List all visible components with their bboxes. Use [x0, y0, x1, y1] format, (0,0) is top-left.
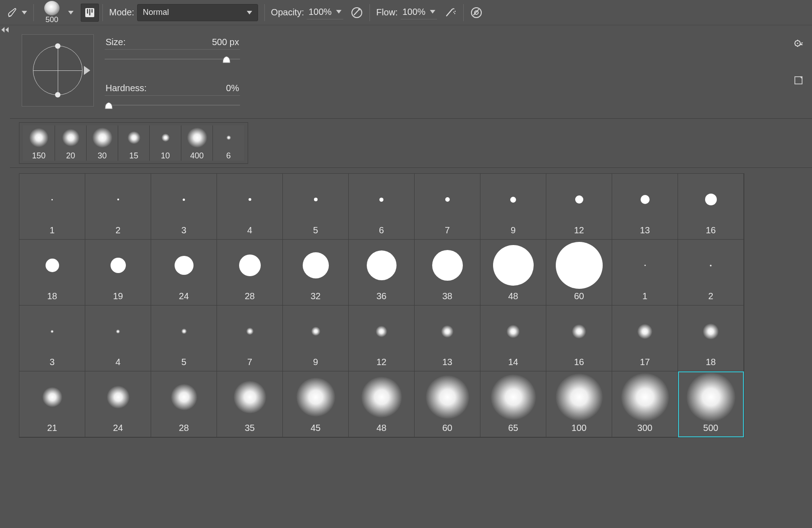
new-preset-button[interactable] [794, 75, 803, 88]
pen-pressure-size-icon [470, 6, 483, 19]
hard-brush-icon [117, 199, 119, 200]
brush-size-label: 60 [442, 423, 452, 433]
panel-corner-buttons [793, 38, 804, 88]
brush-preset[interactable]: 60 [415, 371, 480, 437]
recent-brush[interactable]: 6 [212, 125, 244, 161]
brush-preset[interactable]: 4 [85, 306, 151, 371]
brush-preset[interactable]: 13 [415, 306, 480, 371]
airbrush-icon [444, 6, 457, 19]
hardness-label: Hardness: [106, 83, 147, 93]
brush-preset[interactable]: 3 [19, 306, 85, 371]
brush-preset[interactable]: 60 [546, 240, 612, 306]
opacity-label: Opacity: [271, 7, 304, 18]
collapsed-toolbar[interactable] [0, 25, 10, 528]
brush-preset[interactable]: 13 [612, 174, 678, 240]
brush-size-label: 24 [113, 423, 123, 433]
brush-preset-picker[interactable]: 500 [37, 4, 76, 22]
opacity-input[interactable]: 100% [307, 6, 343, 19]
recent-brush[interactable]: 30 [86, 125, 118, 161]
brush-size-label: 38 [442, 291, 452, 301]
brush-preset[interactable]: 38 [415, 240, 480, 306]
brush-size-label: 45 [310, 423, 320, 433]
brush-preset[interactable]: 6 [349, 174, 415, 240]
brush-tool-icon [6, 6, 19, 19]
brush-preset[interactable]: 5 [151, 306, 217, 371]
brush-preset[interactable]: 300 [612, 371, 678, 437]
brush-preset[interactable]: 24 [85, 371, 151, 437]
hardness-slider[interactable] [105, 99, 240, 111]
slider-handle[interactable] [104, 101, 114, 110]
flow-input[interactable]: 100% [401, 6, 437, 19]
brush-size-label: 18 [47, 291, 57, 301]
brush-settings-button[interactable] [81, 4, 99, 22]
brush-preset[interactable]: 48 [349, 371, 415, 437]
brush-size-label: 3 [181, 225, 186, 236]
brush-angle-control[interactable] [22, 34, 94, 107]
brush-preset[interactable]: 1 [19, 174, 85, 240]
hardness-value[interactable]: 0% [226, 83, 239, 93]
brush-preset[interactable]: 65 [480, 371, 546, 437]
brush-size-label: 65 [508, 423, 518, 433]
brush-preset[interactable]: 36 [349, 240, 415, 306]
svg-point-3 [453, 11, 454, 12]
brush-preset[interactable]: 14 [480, 306, 546, 371]
brush-preset[interactable]: 500 [678, 371, 744, 437]
chevron-down-icon [68, 11, 74, 14]
recent-brush[interactable]: 15 [118, 125, 149, 161]
brush-preset[interactable]: 48 [480, 240, 546, 306]
brush-preset[interactable]: 5 [283, 174, 349, 240]
brush-size-label: 1 [50, 225, 55, 236]
hard-brush-icon [379, 198, 383, 202]
soft-brush-icon [572, 324, 586, 338]
mode-select[interactable]: Normal [137, 4, 258, 21]
brush-preset[interactable]: 17 [612, 306, 678, 371]
svg-point-9 [797, 43, 798, 44]
size-pressure-button[interactable] [467, 4, 485, 22]
brush-preset[interactable]: 7 [415, 174, 480, 240]
brush-preset[interactable]: 2 [678, 240, 744, 306]
tool-indicator[interactable] [4, 4, 30, 22]
brush-preset[interactable]: 12 [349, 306, 415, 371]
brush-preset[interactable]: 9 [480, 174, 546, 240]
airbrush-button[interactable] [442, 4, 460, 22]
brush-preset[interactable]: 28 [151, 371, 217, 437]
angle-handle[interactable] [55, 43, 60, 49]
brush-preset[interactable]: 16 [678, 174, 744, 240]
brush-preset[interactable]: 3 [151, 174, 217, 240]
brush-preset[interactable]: 45 [283, 371, 349, 437]
brush-preset[interactable]: 1 [612, 240, 678, 306]
brush-preset[interactable]: 12 [546, 174, 612, 240]
brush-preset[interactable]: 35 [217, 371, 283, 437]
size-value[interactable]: 500 px [212, 37, 239, 47]
brush-preset[interactable]: 4 [217, 174, 283, 240]
brush-size-label: 17 [640, 357, 650, 367]
brush-grid: 1234567912131618192428323638486012345791… [19, 174, 744, 437]
size-slider[interactable] [105, 53, 240, 65]
svg-point-4 [455, 10, 456, 11]
panel-menu-button[interactable] [793, 38, 804, 51]
brush-preset[interactable]: 19 [85, 240, 151, 306]
brush-preset[interactable]: 28 [217, 240, 283, 306]
brush-preset[interactable]: 32 [283, 240, 349, 306]
brush-preset[interactable]: 24 [151, 240, 217, 306]
brush-preset[interactable]: 21 [19, 371, 85, 437]
divider [33, 4, 34, 21]
expand-toolbar-icon[interactable] [1, 27, 9, 32]
recent-brush[interactable]: 150 [23, 125, 55, 161]
brush-size-label: 6 [226, 151, 231, 161]
brush-preset[interactable]: 7 [217, 306, 283, 371]
brush-preset[interactable]: 9 [283, 306, 349, 371]
brush-preset[interactable]: 2 [85, 174, 151, 240]
recent-brush[interactable]: 400 [181, 125, 212, 161]
brush-preset[interactable]: 18 [19, 240, 85, 306]
brush-preset[interactable]: 16 [546, 306, 612, 371]
brush-preset[interactable]: 18 [678, 306, 744, 371]
angle-handle[interactable] [55, 92, 60, 97]
soft-brush-icon [171, 384, 197, 410]
recent-brush[interactable]: 10 [149, 125, 181, 161]
brush-preset[interactable]: 100 [546, 371, 612, 437]
soft-brush-icon [491, 375, 536, 420]
opacity-pressure-button[interactable] [348, 4, 366, 22]
slider-handle[interactable] [221, 55, 231, 64]
recent-brush[interactable]: 20 [55, 125, 86, 161]
